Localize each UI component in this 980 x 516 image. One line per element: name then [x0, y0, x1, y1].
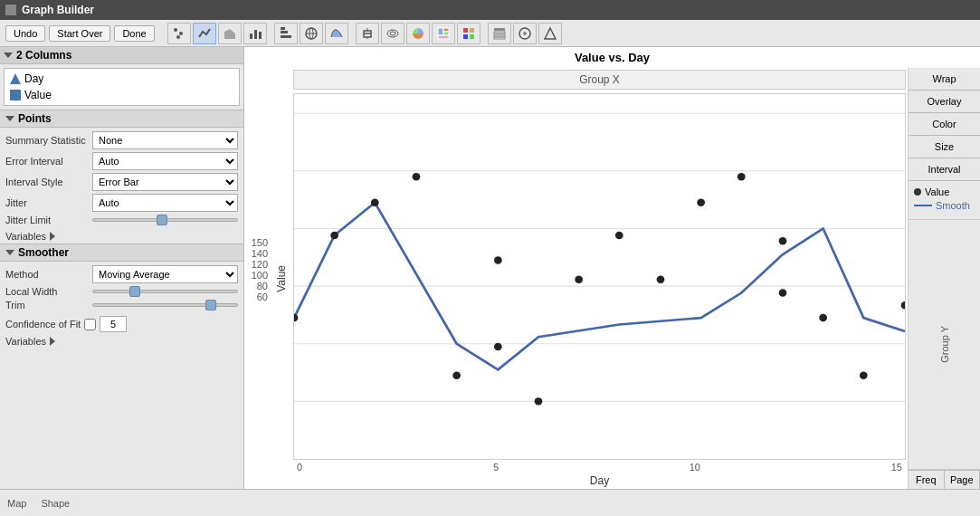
svg-rect-28 — [494, 32, 505, 33]
scatter-icon[interactable] — [167, 23, 191, 44]
column-value: Value — [6, 87, 237, 103]
color-button[interactable]: Color — [909, 113, 980, 136]
svg-point-53 — [779, 289, 787, 296]
error-interval-select[interactable]: Auto None — [92, 152, 238, 170]
chart-container — [293, 93, 906, 460]
interval-button[interactable]: Interval — [909, 158, 980, 181]
done-button[interactable]: Done — [114, 25, 154, 42]
points-variables-expand[interactable] — [50, 232, 55, 241]
x-axis-area: 0 5 10 15 Day — [291, 462, 908, 489]
points-triangle — [5, 116, 14, 121]
svg-rect-9 — [281, 27, 285, 30]
legend-dot-label: Value — [925, 186, 949, 197]
x-axis-ticks: 0 5 10 15 — [291, 462, 908, 473]
svg-point-57 — [779, 237, 787, 244]
graph-area: Value vs. Day 150 140 120 100 80 60 — [244, 47, 980, 489]
box-icon[interactable] — [356, 23, 379, 44]
group-y-label: Group Y — [909, 326, 980, 363]
start-over-button[interactable]: Start Over — [49, 25, 110, 42]
day-col-label: Day — [24, 72, 43, 85]
freq-button[interactable]: Freq — [909, 471, 945, 489]
svg-point-41 — [330, 232, 338, 239]
wrap-button[interactable]: Wrap — [909, 68, 980, 91]
svg-point-55 — [860, 371, 868, 378]
contour-icon[interactable] — [381, 23, 404, 44]
svg-rect-30 — [494, 37, 505, 39]
svg-rect-25 — [463, 34, 468, 39]
undo-button[interactable]: Undo — [5, 25, 45, 42]
svg-point-18 — [390, 32, 395, 35]
interval-style-select[interactable]: Error Bar Line Band — [92, 173, 238, 191]
svg-point-52 — [737, 173, 746, 180]
smoother-variables-expand[interactable] — [50, 337, 55, 346]
trim-label: Trim — [5, 300, 87, 311]
svg-marker-3 — [224, 29, 235, 39]
value-col-label: Value — [24, 89, 52, 101]
area-icon[interactable] — [218, 23, 242, 44]
jitter-select[interactable]: Auto None — [92, 194, 238, 212]
toolbar: Undo Start Over Done — [0, 20, 980, 47]
svg-point-45 — [494, 256, 502, 263]
treemap-icon[interactable] — [432, 23, 455, 44]
geo-icon[interactable] — [513, 23, 537, 44]
points-section-header[interactable]: Points — [0, 110, 243, 128]
svg-point-44 — [452, 371, 461, 378]
group-y-container[interactable]: Group Y — [909, 219, 980, 470]
jitter-label: Jitter — [5, 197, 87, 208]
summary-stat-select[interactable]: None Mean Median — [92, 131, 238, 149]
svg-rect-29 — [494, 34, 505, 36]
map-icon[interactable] — [300, 23, 323, 44]
line-icon[interactable] — [193, 23, 216, 44]
smoother-label: Smoother — [18, 246, 69, 259]
confidence-value[interactable] — [100, 316, 127, 332]
svg-rect-21 — [443, 32, 449, 35]
density-icon[interactable] — [325, 23, 348, 44]
method-select[interactable]: Moving Average Smooth Spline Kernel Line… — [92, 265, 238, 283]
tool-icons — [167, 23, 562, 44]
smoother-variables-row: Variables — [0, 334, 243, 349]
column-day: Day — [6, 71, 237, 87]
table-icon[interactable] — [488, 23, 511, 44]
confidence-checkbox[interactable] — [84, 319, 96, 330]
local-width-slider[interactable] — [92, 290, 238, 293]
heat-icon[interactable] — [457, 23, 480, 44]
bar-icon[interactable] — [274, 23, 298, 44]
size-button[interactable]: Size — [909, 136, 980, 158]
svg-rect-4 — [250, 33, 252, 39]
legend-dot-item: Value — [914, 186, 975, 197]
pie-icon[interactable] — [406, 23, 430, 44]
overlay-button[interactable]: Overlay — [909, 91, 980, 113]
jitter-limit-slider[interactable] — [92, 218, 238, 222]
svg-point-51 — [697, 199, 705, 206]
svg-rect-24 — [470, 28, 474, 33]
svg-point-56 — [901, 301, 905, 309]
trim-slider[interactable] — [92, 303, 238, 307]
svg-point-47 — [535, 397, 543, 405]
histogram-icon[interactable] — [243, 23, 267, 44]
smoother-section-header[interactable]: Smoother — [0, 244, 243, 262]
svg-point-2 — [176, 35, 180, 39]
interval-style-label: Interval Style — [5, 177, 87, 187]
title-bar: Graph Builder — [0, 0, 980, 20]
svg-point-49 — [615, 232, 623, 239]
svg-point-43 — [413, 173, 421, 180]
smoother-form: Method Moving Average Smooth Spline Kern… — [0, 262, 243, 314]
svg-point-0 — [174, 28, 177, 32]
smoother-triangle — [5, 250, 14, 255]
svg-marker-33 — [545, 28, 556, 39]
svg-rect-27 — [494, 28, 505, 31]
local-width-label: Local Width — [5, 286, 87, 297]
points-label: Points — [18, 112, 52, 125]
map-label: Map — [0, 494, 33, 512]
y-axis-ticks: 150 140 120 100 80 60 — [244, 228, 271, 330]
svg-rect-5 — [254, 30, 257, 39]
group-x-bar[interactable]: Group X — [293, 70, 906, 90]
svg-rect-23 — [463, 28, 468, 33]
columns-section-header[interactable]: 2 Columns — [0, 47, 243, 64]
points-variables-row: Variables — [0, 229, 243, 244]
svg-rect-6 — [259, 32, 262, 39]
freq-page-row: Freq Page — [909, 470, 980, 489]
page-button[interactable]: Page — [945, 471, 981, 489]
legend: Value Smooth — [909, 181, 980, 219]
shape-icon[interactable] — [538, 23, 562, 44]
